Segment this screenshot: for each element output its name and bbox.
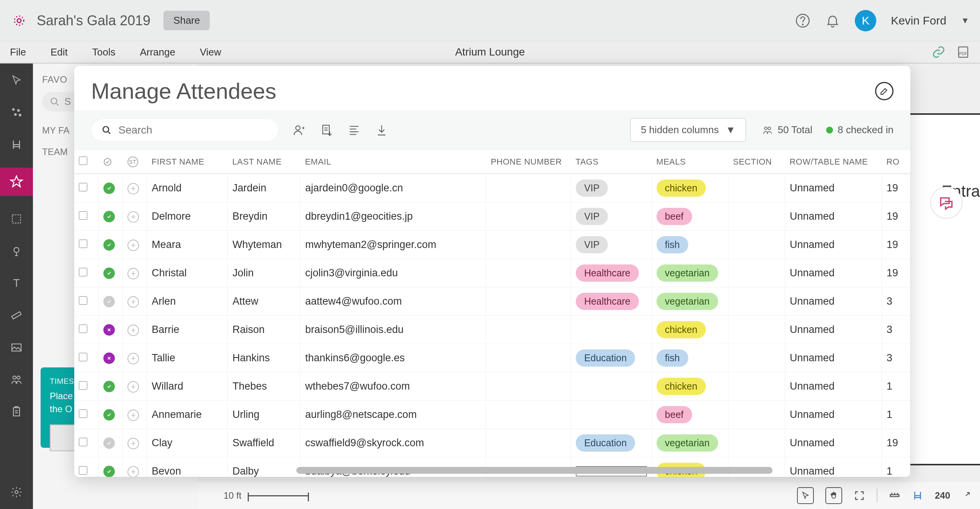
row-checkbox[interactable] [79,268,87,276]
cell-last-name[interactable]: Whyteman [228,231,301,259]
cell-email[interactable]: aattew4@wufoo.com [301,287,486,316]
header-meals[interactable]: Meals [652,150,728,174]
cell-first-name[interactable]: Arnold [147,174,228,202]
cell-email[interactable]: dbreydin1@geocities.jp [301,202,486,231]
cell-last-name[interactable]: Dalby [228,457,301,477]
row-checkbox[interactable] [79,183,87,191]
cell-section[interactable] [728,287,785,316]
cell-row-name[interactable]: Unnamed [785,372,882,401]
table-row[interactable]: +ArlenAttewaattew4@wufoo.comHealthcareve… [74,287,910,316]
cell-email[interactable]: braison5@illinois.edu [301,316,486,344]
cell-tags[interactable]: Education [571,429,652,457]
cell-row-num[interactable]: 19 [882,174,910,202]
row-checkbox[interactable] [79,211,87,220]
columns-icon[interactable] [347,123,361,137]
cell-last-name[interactable]: Jardein [228,174,301,202]
cell-row-num[interactable]: 1 [882,401,910,429]
cell-section[interactable] [728,429,785,457]
row-checkbox[interactable] [79,240,87,248]
link-icon[interactable] [932,45,946,59]
cell-last-name[interactable]: Raison [228,316,301,344]
cell-last-name[interactable]: Hankins [228,344,301,372]
modal-edit-icon[interactable] [875,82,893,100]
row-add-icon[interactable]: + [127,325,139,336]
cell-row-name[interactable]: Unnamed [785,231,882,259]
row-icon[interactable] [889,490,900,501]
row-add-icon[interactable]: + [127,409,139,421]
header-email[interactable]: Email [301,150,486,174]
cell-row-num[interactable]: 19 [882,202,910,231]
cell-row-name[interactable]: Unnamed [785,202,882,231]
cell-last-name[interactable]: Attew [228,287,301,316]
cell-row-name[interactable]: Unnamed [785,316,882,344]
row-checkbox[interactable] [79,381,87,390]
row-checkbox[interactable] [79,353,87,361]
header-st[interactable]: ST [123,150,147,174]
cell-tags[interactable]: VIP [571,202,652,231]
cell-last-name[interactable]: Thebes [228,372,301,401]
attendee-search-input[interactable] [118,124,268,136]
cell-section[interactable] [728,202,785,231]
cell-meals[interactable]: fish [652,344,728,372]
cell-phone[interactable] [486,316,571,344]
cell-email[interactable]: cswaffield9@skyrock.com [301,429,486,457]
cursor-mode-icon[interactable] [797,487,814,504]
row-add-icon[interactable]: + [127,438,139,449]
row-checkbox[interactable] [79,409,87,418]
table-row[interactable]: +BarrieRaisonbraison5@illinois.educhicke… [74,316,910,344]
cell-tags[interactable] [571,401,652,429]
header-tags[interactable]: Tags [571,150,652,174]
select-tool-icon[interactable] [7,210,26,228]
header-status-icon[interactable] [98,150,122,174]
table-row[interactable]: +AnnemarieUrlingaurling8@netscape.combee… [74,401,910,429]
cell-row-num[interactable]: 1 [882,372,910,401]
document-title[interactable]: Sarah's Gala 2019 [37,13,150,29]
cell-last-name[interactable]: Breydin [228,202,301,231]
cell-first-name[interactable]: Delmore [147,202,228,231]
cell-tags[interactable]: Healthcare [571,259,652,287]
row-checkbox[interactable] [79,296,87,305]
cell-phone[interactable] [486,174,571,202]
cell-meals[interactable]: beef [652,401,728,429]
cell-first-name[interactable]: Tallie [147,344,228,372]
attendee-search[interactable] [91,119,279,142]
cell-row-name[interactable]: Unnamed [785,259,882,287]
cell-section[interactable] [728,259,785,287]
row-add-icon[interactable]: + [127,240,139,251]
import-icon[interactable] [319,123,334,137]
help-icon[interactable] [795,13,810,28]
cell-meals[interactable]: chicken [652,174,728,202]
cell-meals[interactable]: beef [652,202,728,231]
header-section[interactable]: Section [728,150,785,174]
cell-first-name[interactable]: Bevon [147,457,228,477]
cell-row-name[interactable]: Unnamed [785,401,882,429]
cell-first-name[interactable]: Arlen [147,287,228,316]
cell-meals[interactable]: vegetarian [652,259,728,287]
table-row[interactable]: +DelmoreBreydindbreydin1@geocities.jpVIP… [74,202,910,231]
row-add-icon[interactable]: + [127,296,139,308]
cell-row-name[interactable]: Unnamed [785,457,882,477]
cell-meals[interactable]: chicken [652,316,728,344]
cell-phone[interactable] [486,259,571,287]
header-row-table[interactable]: Row/Table Name [785,150,882,174]
header-first-name[interactable]: First Name [147,150,228,174]
cell-last-name[interactable]: Swaffield [228,429,301,457]
cell-last-name[interactable]: Jolin [228,259,301,287]
share-button[interactable]: Share [163,11,210,30]
cell-phone[interactable] [486,231,571,259]
header-phone[interactable]: Phone Number [486,150,571,174]
table-row[interactable]: +ChristalJolincjolin3@virginia.eduHealth… [74,259,910,287]
scatter-tool-icon[interactable] [7,103,26,122]
cell-row-num[interactable]: 3 [882,287,910,316]
cell-meals[interactable]: vegetarian [652,429,728,457]
cell-email[interactable]: wthebes7@wufoo.com [301,372,486,401]
cell-phone[interactable] [486,429,571,457]
cell-row-num[interactable]: 19 [882,231,910,259]
header-row-num[interactable]: RO [882,150,910,174]
cell-tags[interactable] [571,372,652,401]
cell-meals[interactable]: fish [652,231,728,259]
cell-email[interactable]: thankins6@google.es [301,344,486,372]
row-add-icon[interactable]: + [127,211,139,223]
people-tool-icon[interactable] [7,370,26,389]
header-last-name[interactable]: Last Name [228,150,301,174]
